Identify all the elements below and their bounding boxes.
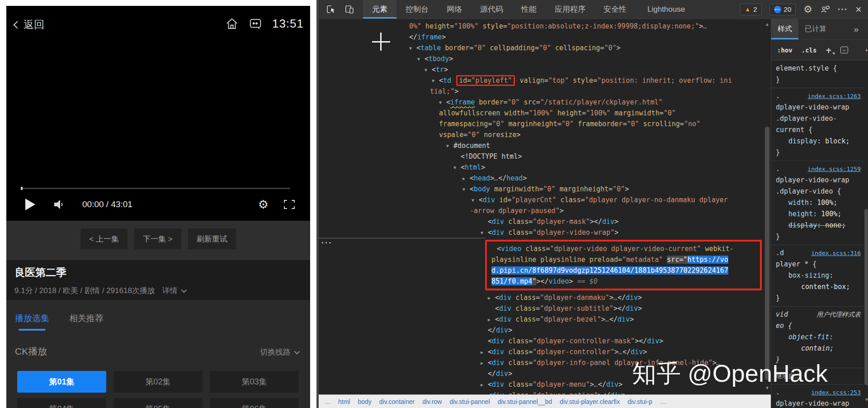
dom-tree-line[interactable]: ▼<body marginwidth="0" marginheight="0"> (319, 184, 764, 195)
node-menu-dots[interactable]: ··· (321, 239, 333, 247)
breadcrumb-item[interactable]: div.stui-pannel (449, 398, 490, 405)
dom-tree-line[interactable]: ▼<table border="0" cellpadding="0" cells… (319, 43, 764, 53)
css-line[interactable]: index.scss:316.d (776, 247, 863, 259)
dom-tree-line[interactable]: </div> (319, 325, 764, 336)
css-line[interactable]: box-sizing: (776, 270, 863, 281)
dom-tree-line[interactable]: framespacing="0" marginheight="0" frameb… (319, 119, 764, 129)
css-line[interactable]: height: 100%; (776, 209, 863, 220)
dom-tree-line[interactable]: ▼<div id="playerCnt" class="dplayer dpla… (319, 195, 764, 205)
class-toggle-button[interactable]: .cls (802, 47, 817, 54)
styles-tab-已计算[interactable]: 已计算 (798, 19, 833, 39)
css-line[interactable]: eo { (776, 320, 863, 332)
devtools-tab-元素[interactable]: 元素 (363, 0, 396, 19)
stylesheet-link[interactable]: index.scss:1259 (808, 163, 861, 175)
css-line[interactable]: display: block; (776, 136, 863, 147)
css-line[interactable]: } (776, 231, 863, 242)
dom-tree-line[interactable]: ▼<tbody> (319, 53, 764, 64)
back-button[interactable]: 返回 (14, 18, 44, 32)
volume-icon[interactable] (53, 199, 65, 210)
devtools-tab-控制台[interactable]: 控制台 (396, 0, 438, 19)
settings-gear-icon[interactable]: ⚙ (803, 5, 812, 14)
css-line[interactable]: } (776, 293, 863, 304)
dom-tree-line[interactable]: 851/f0.mp4"></video> == $0 (491, 276, 756, 287)
devtools-tab-安全性[interactable]: 安全性 (594, 0, 636, 19)
dom-tree-line[interactable]: ▼<html> (319, 162, 764, 173)
breadcrumb-item[interactable]: div.stui-p (627, 398, 652, 405)
breadcrumb-item[interactable]: body (358, 398, 371, 405)
css-line[interactable]: dplayer-video-wrap (776, 102, 863, 113)
message-icon[interactable] (249, 17, 262, 31)
app-tab-播放选集[interactable]: 播放选集 (15, 313, 49, 331)
switch-line-button[interactable]: 切换线路 (260, 347, 298, 357)
css-line[interactable]: .dplayer-video { (776, 186, 863, 197)
dom-tree-line[interactable]: ▶<head>…</head> (319, 173, 764, 184)
elements-scrollbar[interactable]: ▲ ▼ (764, 19, 771, 394)
app-tab-相关推荐[interactable]: 相关推荐 (69, 313, 104, 331)
css-line[interactable]: width: 100%; (776, 197, 863, 209)
feedback-icon[interactable] (820, 5, 830, 14)
breadcrumb-item[interactable]: … (324, 398, 330, 405)
episode-button-第02集[interactable]: 第02集 (113, 371, 203, 393)
css-line[interactable]: display: none; (776, 220, 863, 231)
detail-toggle[interactable]: 详情 (162, 285, 178, 296)
fullscreen-icon[interactable] (284, 200, 295, 209)
episode-button-第03集[interactable]: 第03集 (210, 371, 299, 393)
breadcrumb-item[interactable]: div.container (379, 398, 415, 405)
css-line[interactable]: index.scss:1259. (776, 163, 863, 175)
dom-tree-line[interactable]: vspale="0" noresize> (319, 129, 764, 140)
stylesheet-link[interactable]: index.scss:1263 (808, 90, 861, 102)
dom-tree-line[interactable]: 0%" height="100%" style="position:absolu… (319, 21, 764, 32)
scroll-up-icon[interactable]: ▲ (764, 22, 770, 27)
devtools-tab-网络[interactable]: 网络 (438, 0, 471, 19)
breadcrumb-item[interactable]: div.row (422, 398, 442, 405)
dom-tree-line[interactable]: allowfullscreen width="100%" height="100… (319, 108, 764, 119)
home-icon[interactable] (225, 17, 239, 31)
css-line[interactable]: current { (776, 124, 863, 136)
css-line[interactable]: index.scss:1263. (776, 90, 863, 102)
close-devtools-icon[interactable]: × (855, 4, 862, 15)
css-line[interactable]: contain; (776, 343, 863, 354)
styles-tab-样式[interactable]: 样式 (771, 19, 798, 39)
dom-tree-line[interactable]: ▶<div class="dplayer-controller">…</div> (319, 346, 764, 357)
breadcrumb-item[interactable]: … (660, 398, 666, 405)
progress-playhead[interactable] (21, 187, 23, 190)
inspect-element-icon[interactable] (326, 4, 337, 15)
dom-tree-line[interactable]: <video class="dplayer-video dplayer-vide… (491, 243, 756, 254)
css-line[interactable]: dplayer-video-wrap (776, 175, 863, 186)
play-button[interactable] (25, 199, 35, 210)
scrollbar-thumb[interactable] (765, 127, 769, 380)
css-line[interactable]: dplayer-video-wrap (776, 398, 863, 408)
device-toolbar-icon[interactable] (344, 4, 355, 15)
episode-button-第05集[interactable]: 第05集 (113, 398, 203, 408)
devtools-tab-源代码[interactable]: 源代码 (471, 0, 512, 19)
next-episode-button[interactable]: 下一集 > (134, 228, 181, 249)
dom-tree-line[interactable]: ▼#document (319, 140, 764, 151)
dom-tree-line[interactable]: ▶<div class="dplayer-danmaku">…</div> (319, 292, 764, 303)
css-line[interactable]: content-box; (776, 281, 863, 293)
messages-badge[interactable]: ••• 20 (769, 4, 796, 15)
dom-tree-line[interactable]: <div class="dplayer-controller-mask"></d… (319, 336, 764, 346)
dom-tree-line[interactable]: tial;"> (319, 86, 764, 97)
episode-button-第04集[interactable]: 第04集 (17, 398, 106, 408)
video-progress-bar[interactable] (21, 188, 290, 189)
prev-episode-button[interactable]: < 上一集 (80, 228, 127, 249)
breadcrumb-item[interactable]: html (338, 398, 350, 405)
dom-tree-line[interactable]: ▼<td id="playleft" valign="top" style="p… (319, 75, 764, 86)
css-line[interactable]: element.style { (776, 63, 863, 74)
video-player[interactable]: 00:00 / 43:01 ⚙ (6, 45, 310, 221)
devtools-tab-性能[interactable]: 性能 (512, 0, 546, 19)
stylesheet-link[interactable]: index.scss:316 (811, 247, 861, 259)
dom-tree-line[interactable]: d.pipi.cn/8f6897d9vodgzp1251246104/1881b… (491, 265, 756, 276)
dom-tree-line[interactable]: ▶<div class="dplayer-bezel">…</div> (319, 314, 764, 325)
scroll-up-icon[interactable]: ▲ (863, 47, 868, 52)
dom-tree-line[interactable]: <div class="dplayer-subtitle"></div> (319, 303, 764, 314)
new-style-rule-icon[interactable]: + (826, 45, 831, 56)
settings-gear-icon[interactable]: ⚙ (258, 199, 269, 210)
css-line[interactable]: object-fit: (776, 332, 863, 343)
scrollbar-thumb[interactable] (864, 209, 868, 385)
dom-tree-line[interactable]: ▼<iframe border="0" src="/static/player/… (319, 97, 764, 108)
css-line[interactable]: player * { (776, 259, 863, 270)
refresh-retry-button[interactable]: 刷新重试 (188, 228, 236, 249)
scroll-down-icon[interactable]: ▼ (863, 397, 868, 402)
breadcrumb-item[interactable]: div.stui-player.clearfix (560, 398, 620, 405)
